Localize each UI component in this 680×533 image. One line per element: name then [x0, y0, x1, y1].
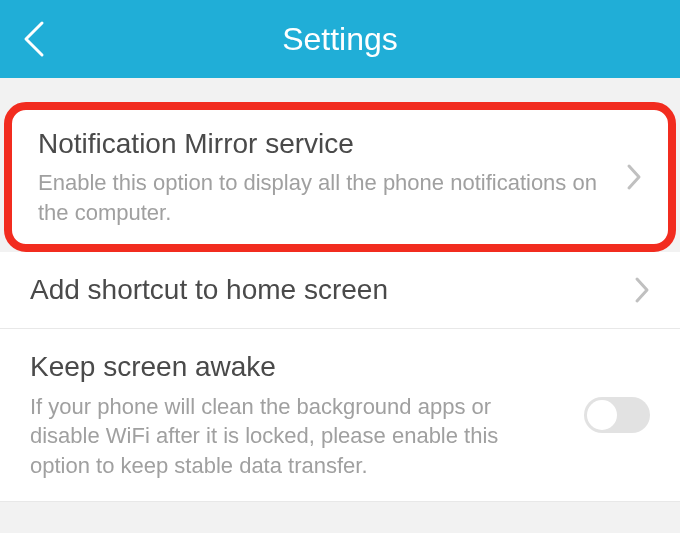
back-icon [20, 19, 46, 59]
item-desc: Enable this option to display all the ph… [38, 168, 606, 227]
list-item-body: Notification Mirror service Enable this … [38, 126, 626, 228]
item-title: Add shortcut to home screen [30, 272, 614, 308]
item-desc: If your phone will clean the background … [30, 392, 564, 481]
settings-list: Notification Mirror service Enable this … [0, 78, 680, 502]
list-item-body: Add shortcut to home screen [30, 272, 634, 308]
chevron-right-icon [634, 276, 650, 304]
chevron-right-icon [626, 163, 642, 191]
keep-screen-awake-item[interactable]: Keep screen awake If your phone will cle… [0, 329, 680, 501]
toggle-knob [587, 400, 617, 430]
notification-mirror-item[interactable]: Notification Mirror service Enable this … [8, 106, 672, 248]
header: Settings [0, 0, 680, 78]
back-button[interactable] [20, 19, 46, 59]
add-shortcut-item[interactable]: Add shortcut to home screen [0, 252, 680, 329]
keep-screen-awake-toggle[interactable] [584, 397, 650, 433]
item-title: Notification Mirror service [38, 126, 606, 162]
page-title: Settings [0, 21, 680, 58]
list-item-body: Keep screen awake If your phone will cle… [30, 349, 584, 480]
item-title: Keep screen awake [30, 349, 564, 385]
